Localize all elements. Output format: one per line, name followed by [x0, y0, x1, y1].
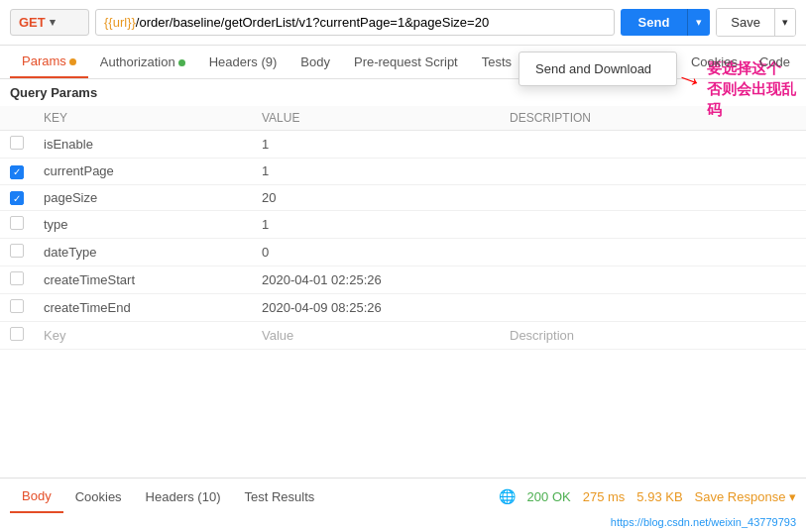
tab-authorization[interactable]: Authorization — [88, 47, 197, 77]
method-select[interactable]: GET ▾ — [10, 9, 89, 36]
row-description[interactable] — [500, 294, 747, 322]
row-action — [747, 239, 806, 266]
tab-params[interactable]: Params — [10, 46, 88, 78]
row-value[interactable]: 20 — [252, 184, 500, 211]
row-checkbox[interactable] — [10, 271, 24, 285]
params-dot — [69, 58, 76, 65]
row-checkbox[interactable] — [10, 191, 24, 205]
row-key[interactable]: currentPage — [34, 159, 252, 185]
row-description[interactable] — [500, 159, 747, 185]
row-checkbox-cell — [0, 239, 34, 266]
table-row: createTimeStart2020-04-01 02:25:26 — [0, 266, 806, 294]
method-label: GET — [19, 15, 46, 30]
row-checkbox[interactable] — [10, 299, 24, 313]
table-row: dateType0 — [0, 239, 806, 266]
save-response-button[interactable]: Save Response ▾ — [695, 489, 796, 504]
url-var: {{url}} — [104, 15, 136, 30]
col-header-check — [0, 106, 34, 131]
status-area: 🌐 200 OK 275 ms 5.93 KB Save Response ▾ — [499, 488, 796, 504]
col-header-desc: DESCRIPTION — [500, 106, 747, 131]
row-value[interactable]: 1 — [252, 211, 500, 239]
bottom-tab-body[interactable]: Body — [10, 480, 63, 513]
send-button-group: Send ▾ — [621, 9, 711, 36]
bottom-tabs: Body Cookies Headers (10) Test Results 🌐… — [0, 478, 806, 532]
row-description[interactable] — [500, 266, 747, 294]
row-checkbox[interactable] — [10, 136, 24, 150]
row-description[interactable] — [500, 131, 747, 159]
row-checkbox[interactable] — [10, 165, 24, 179]
query-params-header: Query Params — [0, 79, 806, 106]
row-action — [747, 322, 806, 350]
row-value[interactable]: 2020-04-01 02:25:26 — [252, 266, 500, 294]
row-checkbox-cell — [0, 322, 34, 350]
table-row: isEnable1 — [0, 131, 806, 159]
method-dropdown-icon: ▾ — [50, 16, 56, 29]
row-checkbox-cell — [0, 159, 34, 185]
row-checkbox-cell — [0, 294, 34, 322]
row-action — [747, 159, 806, 185]
auth-dot — [178, 59, 185, 66]
row-action — [747, 184, 806, 211]
row-checkbox-cell — [0, 266, 34, 294]
url-suffix: /order/baseline/getOrderList/v1?currentP… — [136, 15, 489, 30]
tabs-right: Cookies Code — [685, 47, 796, 77]
send-button[interactable]: Send — [621, 9, 688, 36]
row-value[interactable]: 0 — [252, 239, 500, 266]
bottom-tab-test-results[interactable]: Test Results — [232, 481, 326, 512]
row-action — [747, 211, 806, 239]
row-value[interactable]: Value — [252, 322, 500, 350]
bottom-tab-cookies[interactable]: Cookies — [63, 481, 134, 512]
bottom-tab-headers[interactable]: Headers (10) — [134, 481, 233, 512]
col-header-key: KEY — [34, 106, 252, 131]
row-key[interactable]: type — [34, 211, 252, 239]
url-input[interactable]: {{url}}/order/baseline/getOrderList/v1?c… — [95, 9, 615, 36]
send-dropdown-menu: Send and Download — [518, 52, 677, 86]
save-dropdown-button[interactable]: ▾ — [774, 9, 795, 36]
send-and-download-item[interactable]: Send and Download — [519, 53, 676, 85]
row-key[interactable]: createTimeStart — [34, 266, 252, 294]
row-value[interactable]: 2020-04-09 08:25:26 — [252, 294, 500, 322]
col-header-action — [747, 106, 806, 131]
row-checkbox-cell — [0, 131, 34, 159]
table-row: pageSize20 — [0, 184, 806, 211]
bottom-tabs-bar: Body Cookies Headers (10) Test Results 🌐… — [0, 479, 806, 514]
row-description[interactable] — [500, 211, 747, 239]
tab-prerequest[interactable]: Pre-request Script — [342, 47, 470, 77]
row-description[interactable] — [500, 184, 747, 211]
params-table: KEY VALUE DESCRIPTION isEnable1currentPa… — [0, 106, 806, 350]
row-checkbox[interactable] — [10, 244, 24, 258]
row-checkbox[interactable] — [10, 216, 24, 230]
row-description[interactable] — [500, 239, 747, 266]
row-key[interactable]: createTimeEnd — [34, 294, 252, 322]
send-dropdown-button[interactable]: ▾ — [687, 9, 710, 36]
tab-tests[interactable]: Tests — [470, 47, 523, 77]
tabs-bar: Params Authorization Headers (9) Body Pr… — [0, 46, 806, 79]
row-description[interactable]: Description — [500, 322, 747, 350]
table-row: KeyValueDescription — [0, 322, 806, 350]
save-button[interactable]: Save — [717, 9, 774, 36]
row-key[interactable]: dateType — [34, 239, 252, 266]
table-row: createTimeEnd2020-04-09 08:25:26 — [0, 294, 806, 322]
row-key[interactable]: Key — [34, 322, 252, 350]
tab-body[interactable]: Body — [288, 47, 342, 77]
row-value[interactable]: 1 — [252, 131, 500, 159]
row-value[interactable]: 1 — [252, 159, 500, 185]
table-row: type1 — [0, 211, 806, 239]
row-checkbox-cell — [0, 211, 34, 239]
row-action — [747, 294, 806, 322]
globe-icon: 🌐 — [499, 488, 516, 504]
tab-code[interactable]: Code — [753, 47, 796, 77]
watermark: https://blog.csdn.net/weixin_43779793 — [0, 514, 806, 532]
tab-cookies[interactable]: Cookies — [685, 47, 744, 77]
row-checkbox[interactable] — [10, 327, 24, 341]
save-button-group: Save ▾ — [716, 8, 796, 37]
status-ok: 200 OK — [527, 489, 571, 504]
status-ms: 275 ms — [583, 489, 626, 504]
row-action — [747, 266, 806, 294]
row-action — [747, 131, 806, 159]
row-key[interactable]: pageSize — [34, 184, 252, 211]
tab-headers[interactable]: Headers (9) — [197, 47, 289, 77]
col-header-value: VALUE — [252, 106, 500, 131]
row-key[interactable]: isEnable — [34, 131, 252, 159]
row-checkbox-cell — [0, 184, 34, 211]
